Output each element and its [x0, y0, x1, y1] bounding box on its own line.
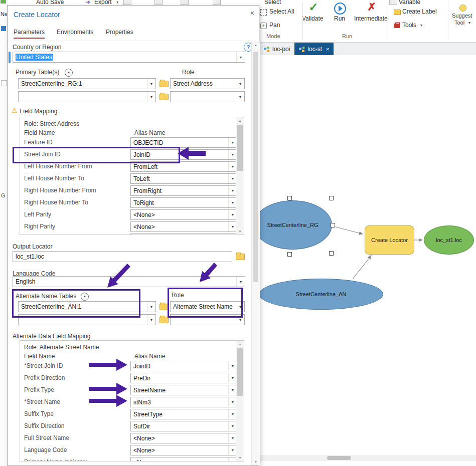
primary-table-combo-2[interactable]: ▾ — [18, 91, 156, 102]
chevron-down-icon[interactable]: ▾ — [147, 315, 155, 325]
folder-icon[interactable] — [160, 94, 169, 100]
alias-combo[interactable]: JoinID ▾ — [130, 361, 237, 371]
ribbon-icon[interactable] — [154, 0, 163, 5]
tab-environments[interactable]: Environments — [57, 29, 93, 38]
scroll-up-icon[interactable]: ▴ — [236, 341, 244, 347]
model-tab-loc-poi[interactable]: loc-poi — [259, 43, 294, 55]
scrollbar-thumb[interactable] — [253, 52, 258, 282]
selection-handle[interactable] — [329, 196, 334, 200]
alt-role-combo-2[interactable]: ▾ — [170, 314, 245, 325]
alias-name-header: Alias Name — [134, 129, 165, 136]
scroll-up-icon[interactable]: ▴ — [252, 42, 260, 49]
alias-combo[interactable]: <None> ▾ — [130, 457, 237, 461]
alt-role-combo-1[interactable]: Alternate Street Name ▾ — [170, 301, 245, 312]
alias-combo[interactable]: <None> ▾ — [130, 433, 237, 443]
chevron-down-icon[interactable]: ▾ — [147, 302, 155, 312]
select-button[interactable]: Select — [264, 0, 281, 6]
output-locator-input[interactable]: loc_st1.loc — [13, 251, 232, 262]
tab-parameters[interactable]: Parameters — [14, 29, 45, 39]
language-code-combo[interactable]: English ▾ — [13, 276, 245, 287]
output-locator-label: Output Locator — [13, 243, 52, 250]
field-name-label: Suffix Type — [24, 409, 54, 419]
primary-role-combo-1[interactable]: Street Address ▾ — [170, 78, 245, 89]
suggest-tool-button[interactable]: Suggest — [452, 13, 472, 19]
chevron-down-icon[interactable]: ▾ — [236, 79, 244, 89]
selection-handle[interactable] — [331, 223, 335, 227]
alias-combo[interactable]: FromRight ▾ — [130, 185, 237, 196]
alias-combo[interactable]: <None> ▾ — [130, 445, 237, 455]
chevron-down-icon[interactable]: ▾ — [236, 302, 244, 312]
ribbon-icon[interactable] — [181, 0, 189, 5]
alias-combo[interactable]: OBJECTID ▾ — [130, 137, 237, 148]
model-node-create-locator[interactable]: Create Locator — [365, 225, 414, 255]
pane-scrollbar[interactable]: ▴ ▾ — [251, 42, 260, 465]
canvas-hscrollbar[interactable] — [259, 455, 476, 461]
validate-button[interactable]: Validate — [302, 15, 323, 22]
alias-combo[interactable]: <None> ▾ — [130, 221, 237, 232]
alias-name-header: Alias Name — [134, 353, 165, 360]
alias-combo[interactable]: PreDir ▾ — [130, 234, 237, 235]
primary-table-combo-1[interactable]: StreetCenterline_RG:1 ▾ — [18, 78, 156, 89]
scroll-down-icon[interactable]: ▾ — [236, 454, 244, 461]
tab-properties[interactable]: Properties — [106, 29, 133, 38]
chevron-down-icon[interactable]: ▾ — [147, 79, 155, 89]
select-all-button[interactable]: Select All — [269, 8, 294, 15]
alias-combo[interactable]: SufDir ▾ — [130, 421, 237, 431]
tab-close-icon[interactable]: × — [326, 46, 329, 52]
alias-combo[interactable]: ToLeft ▾ — [130, 173, 237, 184]
alias-combo[interactable]: ToRight ▾ — [130, 197, 237, 208]
folder-icon[interactable] — [236, 254, 245, 260]
alt-table-combo-1[interactable]: StreetCenterline_AN:1 ▾ — [18, 301, 156, 312]
scrollbar[interactable]: ▴ ▾ — [236, 117, 244, 235]
alias-combo[interactable]: PreDir ▾ — [130, 373, 237, 383]
chevron-down-icon: ▾ — [116, 0, 118, 5]
hscrollbar-thumb[interactable] — [327, 456, 351, 460]
alias-combo[interactable]: StreetType ▾ — [130, 409, 237, 419]
alias-combo[interactable]: FromLeft ▾ — [130, 161, 237, 172]
alt-table-combo-2[interactable]: ▾ — [18, 314, 156, 325]
field-name-label: Right House Number From — [24, 185, 96, 196]
model-canvas[interactable]: StreetCenterline_RG Create Locator loc_s… — [259, 55, 476, 466]
scroll-down-icon[interactable]: ▾ — [236, 228, 244, 235]
alias-combo[interactable]: JoinID ▾ — [130, 149, 237, 160]
scroll-down-icon[interactable]: ▾ — [252, 458, 260, 465]
chevron-down-icon[interactable]: ▾ — [236, 52, 245, 62]
folder-icon[interactable] — [160, 317, 169, 323]
pan-button[interactable]: Pan — [269, 22, 280, 29]
ribbon-icon[interactable] — [213, 0, 221, 5]
alias-combo[interactable]: StreetName ▾ — [130, 385, 237, 395]
close-icon[interactable]: × — [250, 9, 254, 17]
alias-combo[interactable]: <None> ▾ — [130, 209, 237, 220]
suggest-tool-button-line2[interactable]: Tool — [454, 20, 464, 26]
scroll-up-icon[interactable]: ▴ — [236, 117, 244, 124]
chevron-down-icon[interactable]: ▾ — [236, 92, 244, 102]
variable-button[interactable]: Variable — [399, 0, 420, 6]
scrollbar-thumb[interactable] — [237, 125, 243, 171]
selection-handle[interactable] — [329, 251, 334, 256]
selection-handle[interactable] — [287, 196, 292, 200]
chevron-down-icon[interactable]: ▾ — [236, 315, 244, 325]
tools-button[interactable]: Tools — [402, 22, 416, 29]
folder-icon[interactable] — [160, 304, 169, 310]
run-button[interactable]: Run — [334, 15, 345, 22]
collapse-chevron-icon[interactable]: ▾ — [65, 69, 73, 77]
field-name-label: Prefix Type — [24, 385, 54, 395]
chevron-down-icon[interactable]: ▾ — [147, 92, 155, 102]
selection-handle[interactable] — [287, 252, 292, 257]
country-region-combo[interactable]: United States ▾ — [13, 52, 245, 63]
primary-tables-label: Primary Table(s) — [16, 69, 59, 76]
model-tab-loc-st[interactable]: loc-st × — [294, 43, 334, 55]
alias-combo[interactable]: stNm3 ▾ — [130, 397, 237, 407]
collapse-chevron-icon[interactable]: ▾ — [81, 293, 89, 301]
tab-label: loc-st — [307, 46, 322, 53]
chevron-down-icon[interactable]: ▾ — [236, 277, 245, 287]
create-label-button[interactable]: Create Label — [402, 8, 437, 15]
model-node-output-locator[interactable]: loc_st1.loc — [424, 225, 474, 255]
ribbon-icon[interactable] — [123, 0, 131, 5]
scrollbar-thumb[interactable] — [237, 348, 243, 396]
folder-icon[interactable] — [160, 81, 169, 87]
scrollbar[interactable]: ▴ ▾ — [236, 341, 244, 461]
model-node-streetcenterline-an[interactable]: StreetCenterline_AN — [259, 279, 383, 310]
intermediate-button[interactable]: Intermediate — [354, 15, 388, 22]
primary-role-combo-2[interactable]: ▾ — [170, 91, 245, 102]
